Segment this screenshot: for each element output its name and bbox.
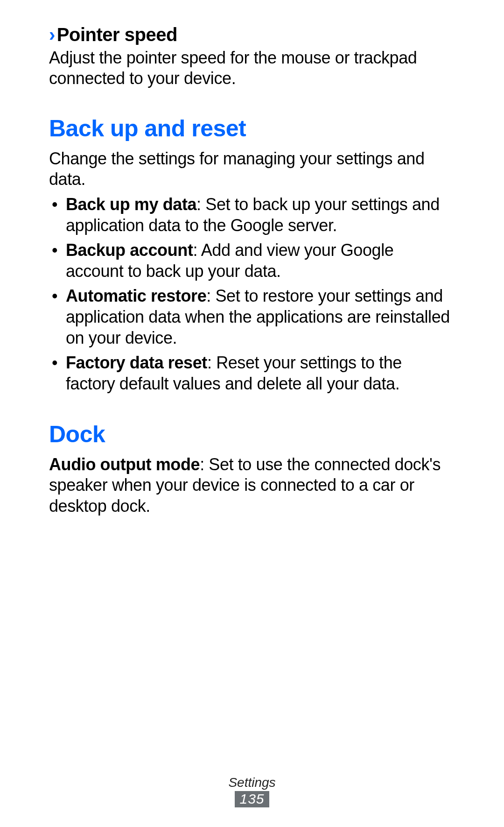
chevron-icon: › (49, 24, 55, 45)
page-footer: Settings 135 (0, 775, 504, 807)
list-item-term: Back up my data (66, 195, 196, 214)
list-item-term: Factory data reset (66, 353, 207, 372)
footer-section-label: Settings (0, 775, 504, 790)
pointer-speed-heading: ›Pointer speed (49, 23, 455, 46)
pointer-speed-heading-text: Pointer speed (57, 24, 177, 45)
list-item-term: Backup account (66, 240, 193, 260)
backup-list: Back up my data: Set to back up your set… (49, 194, 455, 394)
pointer-speed-body: Adjust the pointer speed for the mouse o… (49, 48, 455, 89)
dock-term: Audio output mode (49, 455, 200, 474)
list-item: Automatic restore: Set to restore your s… (62, 285, 455, 348)
list-item: Backup account: Add and view your Google… (62, 240, 455, 282)
page-number-badge: 135 (235, 791, 269, 807)
backup-intro: Change the settings for managing your se… (49, 148, 455, 190)
list-item-term: Automatic restore (66, 286, 206, 305)
dock-body: Audio output mode: Set to use the connec… (49, 454, 455, 516)
list-item: Back up my data: Set to back up your set… (62, 194, 455, 236)
manual-page: ›Pointer speed Adjust the pointer speed … (0, 0, 504, 827)
dock-heading: Dock (49, 421, 455, 448)
list-item: Factory data reset: Reset your settings … (62, 352, 455, 394)
backup-heading: Back up and reset (49, 115, 455, 142)
